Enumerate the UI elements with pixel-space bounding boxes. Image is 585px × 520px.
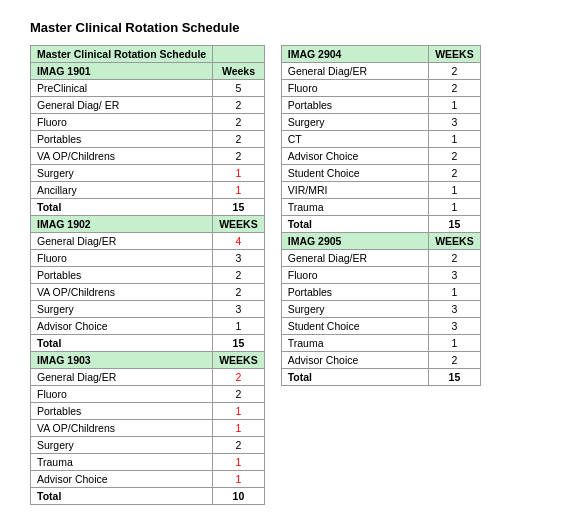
section-name-2905: IMAG 2905 [281,233,428,250]
table-row: Portables2 [31,267,265,284]
total-value-2904: 15 [429,216,481,233]
total-value-1901: 15 [213,199,265,216]
page-title: Master Clinical Rotation Schedule [30,20,555,35]
total-row-2905: Total 15 [281,369,480,386]
total-row-1901: Total 15 [31,199,265,216]
table-row: General Diag/ ER2 [31,97,265,114]
total-label-2905: Total [281,369,428,386]
table-row: Portables2 [31,131,265,148]
table-row: VA OP/Childrens1 [31,420,265,437]
table-row: Portables1 [31,403,265,420]
section-weeks-1901: Weeks [213,63,265,80]
table-row: Portables1 [281,284,480,301]
table-row: CT1 [281,131,480,148]
table-main-header: Master Clinical Rotation Schedule [31,46,265,63]
section-weeks-1903: WEEKS [213,352,265,369]
table-row: General Diag/ER2 [31,369,265,386]
table-row: General Diag/ER4 [31,233,265,250]
table-row: Advisor Choice2 [281,352,480,369]
tables-container: Master Clinical Rotation Schedule IMAG 1… [30,45,555,505]
table-row: Fluoro2 [31,114,265,131]
section-header-1902: IMAG 1902 WEEKS [31,216,265,233]
section-name-1903: IMAG 1903 [31,352,213,369]
right-table: IMAG 2904 WEEKS General Diag/ER2 Fluoro2… [281,45,481,386]
total-row-2904: Total 15 [281,216,480,233]
table-row: PreClinical5 [31,80,265,97]
table-row: VIR/MRI1 [281,182,480,199]
section-weeks-1902: WEEKS [213,216,265,233]
total-value-2905: 15 [429,369,481,386]
total-label-1901: Total [31,199,213,216]
section-name-1902: IMAG 1902 [31,216,213,233]
table-row: Advisor Choice1 [31,318,265,335]
table-row: Student Choice3 [281,318,480,335]
table-row: Surgery3 [31,301,265,318]
section-weeks-2905: WEEKS [429,233,481,250]
table-row: Fluoro3 [31,250,265,267]
section-header-1901: IMAG 1901 Weeks [31,63,265,80]
total-label-1903: Total [31,488,213,505]
section-name-2904: IMAG 2904 [281,46,428,63]
table-row: VA OP/Childrens2 [31,284,265,301]
total-row-1903: Total 10 [31,488,265,505]
total-value-1903: 10 [213,488,265,505]
total-row-1902: Total 15 [31,335,265,352]
table-row: VA OP/Childrens2 [31,148,265,165]
table-row: Surgery1 [31,165,265,182]
table-row: Surgery3 [281,301,480,318]
section-header-2904: IMAG 2904 WEEKS [281,46,480,63]
section-header-1903: IMAG 1903 WEEKS [31,352,265,369]
table-row: General Diag/ER2 [281,250,480,267]
table-row: Trauma1 [281,199,480,216]
table-row: Trauma1 [281,335,480,352]
table-row: Student Choice2 [281,165,480,182]
table-row: General Diag/ER2 [281,63,480,80]
table-row: Surgery3 [281,114,480,131]
main-header-label: Master Clinical Rotation Schedule [31,46,213,63]
total-value-1902: 15 [213,335,265,352]
table-row: Advisor Choice2 [281,148,480,165]
table-row: Surgery2 [31,437,265,454]
table-row: Ancillary1 [31,182,265,199]
total-label-1902: Total [31,335,213,352]
main-header-weeks [213,46,265,63]
left-table: Master Clinical Rotation Schedule IMAG 1… [30,45,265,505]
section-name-1901: IMAG 1901 [31,63,213,80]
section-weeks-2904: WEEKS [429,46,481,63]
table-row: Fluoro2 [281,80,480,97]
table-row: Portables1 [281,97,480,114]
total-label-2904: Total [281,216,428,233]
table-row: Fluoro3 [281,267,480,284]
table-row: Fluoro2 [31,386,265,403]
table-row: Trauma1 [31,454,265,471]
section-header-2905: IMAG 2905 WEEKS [281,233,480,250]
table-row: Advisor Choice1 [31,471,265,488]
